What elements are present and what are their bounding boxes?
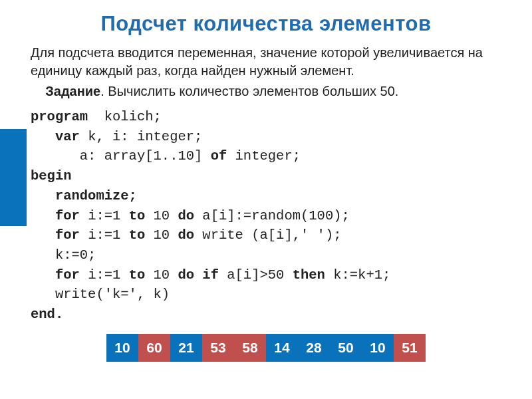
kw-end: end. [31, 307, 63, 322]
task-paragraph: Задание. Вычислить количество элементов … [31, 82, 508, 100]
task-label: Задание [45, 84, 100, 98]
array-cell: 50 [330, 334, 362, 362]
kw-for: for [31, 208, 88, 223]
code-text: a: array[1..10] [31, 148, 211, 164]
kw-to: to [129, 267, 154, 283]
code-text: k:=k+1; [333, 267, 390, 283]
kw-then: then [293, 267, 334, 283]
code-text: write (a[i],' '); [202, 227, 341, 243]
slide: Подсчет количества элементов Для подсчет… [0, 12, 532, 399]
kw-to: to [129, 208, 154, 223]
array-cell: 51 [394, 334, 426, 362]
code-text: i:=1 [88, 208, 129, 223]
array-cell: 53 [202, 334, 234, 362]
code-text: i:=1 [88, 267, 129, 283]
code-text: integer; [227, 148, 301, 164]
kw-of: of [211, 148, 227, 164]
code-text: 10 [154, 208, 178, 223]
code-text: i:=1 [88, 227, 129, 243]
kw-do: do [178, 208, 202, 223]
array-cell: 10 [106, 334, 138, 362]
kw-for: for [31, 267, 88, 283]
task-text: . Вычислить количество элементов больших… [100, 84, 398, 98]
code-text: a[i]:=random(100); [202, 208, 349, 223]
array-cell: 60 [138, 334, 170, 362]
kw-to: to [129, 227, 154, 243]
code-text: k, i: integer; [88, 129, 202, 144]
code-text: 10 [154, 227, 178, 243]
array-cell: 28 [298, 334, 330, 362]
array-cell: 14 [266, 334, 298, 362]
kw-do-if: do if [178, 267, 227, 283]
array-cell: 58 [234, 334, 266, 362]
code-text: k:=0; [31, 247, 96, 263]
kw-program: program [31, 109, 88, 124]
array-cell: 21 [170, 334, 202, 362]
slide-title: Подсчет количества элементов [27, 12, 505, 36]
kw-var: var [31, 129, 88, 144]
intro-paragraph: Для подсчета вводится переменная, значен… [31, 44, 508, 80]
code-text: write('k=', k) [31, 287, 170, 302]
kw-do: do [178, 227, 202, 243]
code-text: 10 [154, 267, 178, 283]
array-row: 10602153581428501051 [0, 334, 532, 362]
accent-bar [0, 129, 27, 226]
code-block: program kolich; var k, i: integer; a: ar… [31, 107, 508, 325]
kw-begin: begin [31, 168, 72, 184]
code-text: kolich; [88, 109, 162, 124]
kw-randomize: randomize; [31, 188, 137, 203]
kw-for: for [31, 227, 88, 243]
array-cell: 10 [362, 334, 394, 362]
code-text: a[i]>50 [227, 267, 292, 283]
